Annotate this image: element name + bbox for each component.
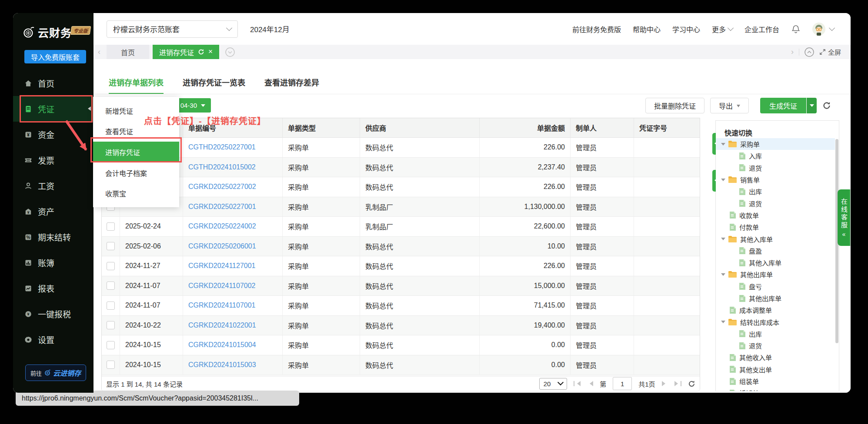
document-link[interactable]: CGRKD20241127001: [188, 262, 255, 270]
tree-doc-item[interactable]: 入库: [716, 150, 835, 162]
document-link[interactable]: CGTHD20241015002: [188, 163, 256, 171]
row-checkbox[interactable]: [107, 242, 115, 250]
tree-folder-item[interactable]: 销售单: [716, 174, 835, 186]
tree-folder-item[interactable]: 其他出库单: [716, 268, 835, 280]
sidebar-item-salary[interactable]: 工资: [13, 173, 93, 199]
sidebar-item-invoice[interactable]: 发票: [13, 147, 93, 173]
popup-item-scm-voucher[interactable]: 进销存凭证: [93, 142, 179, 162]
tree-doc-item[interactable]: 其他收入单: [716, 351, 835, 363]
sidebar-item-ledger[interactable]: 账簿: [13, 250, 93, 275]
collapse-tabs-icon[interactable]: [805, 47, 814, 57]
next-page-button[interactable]: [662, 381, 668, 386]
tree-doc-item[interactable]: 拆卸单: [716, 387, 835, 391]
tab-list-dropdown-icon[interactable]: [225, 47, 235, 57]
account-select[interactable]: 柠檬云财务示范账套: [107, 20, 238, 38]
tree-doc-item[interactable]: 其他出库单: [716, 292, 835, 304]
generate-voucher-caret[interactable]: [807, 98, 817, 113]
goto-scm-button[interactable]: 前往 云进销存: [25, 364, 86, 381]
period-end-icon: %: [24, 233, 32, 241]
cell-supplier: 数码总代: [360, 138, 480, 157]
link-learning-center[interactable]: 学习中心: [672, 24, 700, 34]
sidebar-item-voucher[interactable]: 凭证: [13, 96, 93, 122]
export-button[interactable]: 导出: [710, 98, 749, 113]
document-link[interactable]: CGRKD20250227001: [188, 203, 256, 211]
online-service-tab[interactable]: 在线客服 «: [838, 189, 850, 246]
tab-scm-voucher[interactable]: 进销存凭证 ×: [153, 45, 219, 59]
page-size-select[interactable]: 20: [539, 378, 567, 390]
document-link[interactable]: CGRKD20241022001: [188, 321, 256, 329]
document-link[interactable]: CGRKD20250227002: [188, 183, 256, 191]
row-checkbox[interactable]: [107, 361, 115, 369]
sidebar-item-period-end[interactable]: % 期末结转: [13, 224, 93, 250]
tab-voucher-overview[interactable]: 进销存凭证一览表: [183, 78, 245, 94]
tree-folder-item[interactable]: 结转出库成本: [716, 316, 835, 328]
tree-doc-item[interactable]: 其他入库单: [716, 257, 835, 268]
generate-voucher-button[interactable]: 生成凭证: [760, 98, 806, 113]
batch-delete-button[interactable]: 批量删除凭证: [645, 98, 704, 113]
document-link[interactable]: CGRKD20250206001: [188, 242, 256, 250]
tree-doc-item[interactable]: 出库: [716, 328, 835, 340]
cell-document-no: CGRKD20250227002: [183, 177, 283, 197]
document-link[interactable]: CGRKD20241015003: [188, 361, 256, 369]
sidebar-item-reports[interactable]: 报表: [13, 275, 93, 301]
sidebar-item-home[interactable]: 首页: [13, 70, 93, 96]
prev-page-button[interactable]: [587, 381, 593, 386]
popup-item-invoice-treasure[interactable]: 收票宝: [93, 183, 179, 204]
tab-nav-left-icon[interactable]: ‹: [98, 47, 100, 56]
tree-doc-item[interactable]: 成本调整单: [716, 304, 835, 316]
panel-collapse-handle[interactable]: [712, 133, 716, 155]
popup-item-e-archive[interactable]: 会计电子档案: [93, 162, 179, 183]
tree-doc-item[interactable]: 盘盈: [716, 245, 835, 257]
row-checkbox[interactable]: [107, 341, 115, 349]
refresh-table-icon[interactable]: [822, 101, 831, 110]
close-icon[interactable]: ×: [208, 48, 213, 55]
tree-doc-item[interactable]: 收款单: [716, 209, 835, 221]
workspace-link[interactable]: 企业工作台: [744, 24, 779, 34]
document-link[interactable]: CGRKD20241107001: [188, 301, 255, 309]
chevron-down-icon: [558, 379, 564, 385]
document-link[interactable]: CGRKD20241015004: [188, 341, 256, 349]
tree-doc-item[interactable]: 其他支出单: [716, 364, 835, 375]
tab-view-differences[interactable]: 查看进销存差异: [264, 78, 319, 94]
fullscreen-button[interactable]: 全屏: [819, 47, 841, 56]
sidebar-item-funds[interactable]: ¥ 资金: [13, 122, 93, 147]
quick-switch-panel: 快速切换 采购单入库退货销售单出库退货收款单付款单其他入库单盘盈其他入库单其他出…: [715, 120, 839, 391]
tree-doc-item[interactable]: 退货: [716, 340, 835, 351]
notification-bell-icon[interactable]: [791, 24, 801, 34]
cell-date: 2025-02-06: [120, 237, 183, 256]
row-checkbox[interactable]: [107, 282, 115, 290]
user-menu[interactable]: [812, 23, 834, 36]
row-checkbox[interactable]: [107, 301, 115, 310]
panel-collapse-handle[interactable]: [712, 170, 716, 192]
import-free-account-button[interactable]: 导入免费版账套: [24, 50, 86, 63]
tree-folder-item[interactable]: 其他入库单: [716, 233, 835, 245]
tab-nav-right-icon[interactable]: ›: [791, 47, 794, 56]
link-finance-free[interactable]: 前往财务免费版: [572, 24, 621, 34]
row-checkbox[interactable]: [107, 262, 115, 270]
document-link[interactable]: CGTHD20250227001: [188, 143, 256, 151]
document-link[interactable]: CGRKD20250224002: [188, 222, 256, 230]
caret-down-icon: [810, 104, 814, 109]
page-input[interactable]: [613, 377, 632, 390]
link-help-center[interactable]: 帮助中心: [633, 24, 661, 34]
tree-doc-item[interactable]: 出库: [716, 186, 835, 197]
document-link[interactable]: CGRKD20241107002: [188, 282, 255, 290]
tree-doc-item[interactable]: 付款单: [716, 221, 835, 233]
last-page-button[interactable]: [674, 381, 682, 386]
first-page-button[interactable]: [574, 381, 581, 386]
more-menu[interactable]: 更多: [712, 24, 733, 34]
sidebar-item-assets[interactable]: ¥ 资产: [13, 199, 93, 224]
tree-doc-item[interactable]: 组装单: [716, 375, 835, 387]
row-checkbox[interactable]: [107, 222, 115, 231]
tree-folder-item[interactable]: 采购单: [716, 138, 835, 150]
tree-doc-item[interactable]: 退货: [716, 197, 835, 209]
refresh-icon[interactable]: [198, 49, 204, 55]
tree-doc-item[interactable]: 盘亏: [716, 281, 835, 292]
tab-document-list[interactable]: 进销存单据列表: [109, 78, 164, 94]
sidebar-item-tax-filing[interactable]: ¥ 一键报税: [13, 301, 93, 327]
tree-doc-item[interactable]: 退货: [716, 162, 835, 174]
refresh-page-icon[interactable]: [688, 380, 695, 388]
row-checkbox[interactable]: [107, 321, 115, 329]
sidebar-item-settings[interactable]: 设置: [13, 327, 93, 352]
tab-home[interactable]: 首页: [107, 45, 149, 59]
